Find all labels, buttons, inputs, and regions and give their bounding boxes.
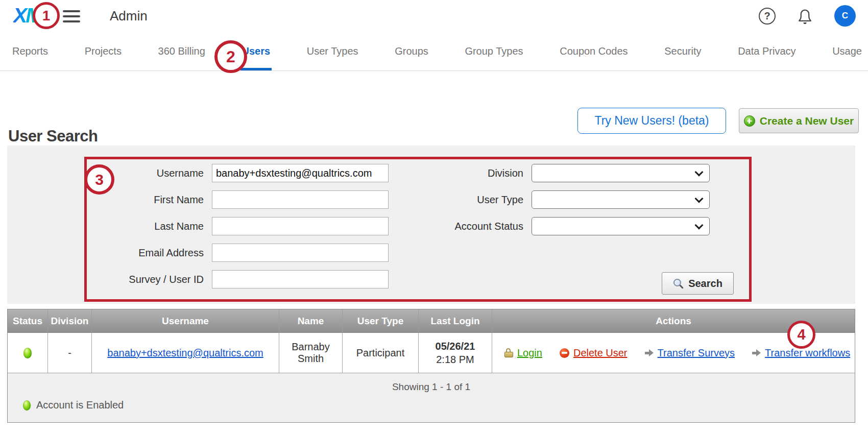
tab-data-privacy[interactable]: Data Privacy [738, 32, 795, 70]
user-type-select[interactable] [532, 190, 710, 209]
col-name: Name [279, 309, 342, 332]
login-link[interactable]: Login [517, 347, 542, 359]
chevron-down-icon [695, 167, 704, 176]
table-footer: Showing 1 - 1 of 1 Account is Enabled [8, 373, 855, 422]
survey-user-id-input[interactable] [212, 270, 389, 288]
status-legend: Account is Enabled [23, 399, 855, 411]
help-icon[interactable]: ? [759, 8, 776, 25]
tab-group-types[interactable]: Group Types [465, 32, 523, 70]
last-name-label: Last Name [91, 221, 212, 232]
tab-reports[interactable]: Reports [12, 32, 48, 70]
last-login-time: 2:18 PM [436, 353, 474, 366]
transfer-workflows-link[interactable]: Transfer workflows [765, 347, 850, 359]
top-header: XM Admin ? C [0, 0, 868, 32]
division-cell: - [47, 333, 91, 373]
tab-usage[interactable]: Usage [832, 32, 862, 70]
notifications-bell-icon[interactable] [797, 8, 813, 25]
col-user-type: User Type [342, 309, 418, 332]
first-name-label: First Name [91, 194, 212, 206]
app-title: Admin [110, 8, 148, 24]
username-label: Username [91, 167, 212, 179]
col-username: Username [91, 309, 279, 332]
user-avatar[interactable]: C [834, 5, 856, 27]
minus-circle-icon [560, 348, 569, 358]
last-login-cell: 05/26/21 2:18 PM [418, 333, 492, 373]
email-address-label: Email Address [91, 247, 212, 259]
try-new-users-button[interactable]: Try New Users! (beta) [577, 108, 726, 134]
tab-coupon-codes[interactable]: Coupon Codes [560, 32, 628, 70]
create-new-user-label: Create a New User [760, 115, 854, 127]
delete-user-link[interactable]: Delete User [573, 347, 628, 359]
transfer-surveys-action[interactable]: Transfer Surveys [645, 347, 735, 359]
admin-nav-tabs: Reports Projects 360 Billing Users User … [0, 32, 868, 71]
search-magnifier-icon [673, 278, 684, 289]
name-cell: Barnaby Smith [279, 333, 342, 373]
account-status-select[interactable] [532, 217, 710, 235]
table-row: - banaby+dsxtesting@qualtrics.com Barnab… [8, 333, 855, 373]
tab-users[interactable]: Users [242, 32, 271, 70]
username-link[interactable]: banaby+dsxtesting@qualtrics.com [107, 347, 263, 359]
delete-user-action[interactable]: Delete User [560, 347, 628, 359]
admin-user-search-screen: XM Admin ? C Reports Projects 360 Billin… [0, 0, 868, 434]
transfer-workflows-action[interactable]: Transfer workflows [752, 347, 850, 359]
user-search-panel: Username First Name Last Name Email Addr… [7, 146, 855, 304]
page-title: User Search [8, 127, 98, 146]
tab-groups[interactable]: Groups [395, 32, 428, 70]
legend-text: Account is Enabled [36, 399, 124, 411]
actions-cell: Login Delete User Transfer Surveys Trans… [492, 333, 855, 373]
transfer-surveys-link[interactable]: Transfer Surveys [658, 347, 735, 359]
account-status-label: Account Status [411, 221, 532, 232]
user-type-cell: Participant [342, 333, 418, 373]
col-last-login: Last Login [418, 309, 492, 332]
header-actions: ? C [759, 0, 868, 32]
tab-projects[interactable]: Projects [85, 32, 122, 70]
showing-count-text: Showing 1 - 1 of 1 [8, 373, 855, 393]
chevron-down-icon [695, 221, 704, 229]
arrow-right-icon [752, 349, 761, 356]
division-select[interactable] [532, 164, 710, 182]
last-login-date: 05/26/21 [436, 340, 475, 353]
col-actions: Actions [492, 309, 855, 332]
tab-security[interactable]: Security [664, 32, 701, 70]
hamburger-menu-icon[interactable] [63, 10, 80, 22]
table-header-row: Status Division Username Name User Type … [8, 309, 855, 333]
col-status: Status [8, 309, 47, 332]
status-enabled-icon [23, 400, 31, 411]
email-address-input[interactable] [212, 244, 389, 262]
user-type-label: User Type [411, 194, 532, 206]
username-cell: banaby+dsxtesting@qualtrics.com [91, 333, 279, 373]
status-enabled-icon [23, 348, 32, 358]
username-input[interactable] [212, 164, 389, 182]
first-name-input[interactable] [212, 190, 389, 209]
last-name-input[interactable] [212, 217, 389, 235]
create-new-user-button[interactable]: Create a New User [739, 108, 859, 133]
lock-icon [504, 348, 513, 357]
col-division: Division [47, 309, 91, 332]
arrow-right-icon [645, 349, 654, 356]
tab-360-billing[interactable]: 360 Billing [158, 32, 205, 70]
search-button[interactable]: Search [662, 272, 734, 295]
user-results-table: Status Division Username Name User Type … [7, 309, 855, 423]
status-cell [8, 333, 47, 373]
chevron-down-icon [695, 194, 704, 203]
plus-icon [744, 115, 755, 127]
login-action[interactable]: Login [504, 347, 542, 359]
xm-logo[interactable]: XM [13, 4, 42, 27]
tab-user-types[interactable]: User Types [307, 32, 358, 70]
survey-user-id-label: Survey / User ID [91, 274, 212, 285]
division-label: Division [411, 167, 532, 179]
search-button-label: Search [688, 278, 722, 290]
